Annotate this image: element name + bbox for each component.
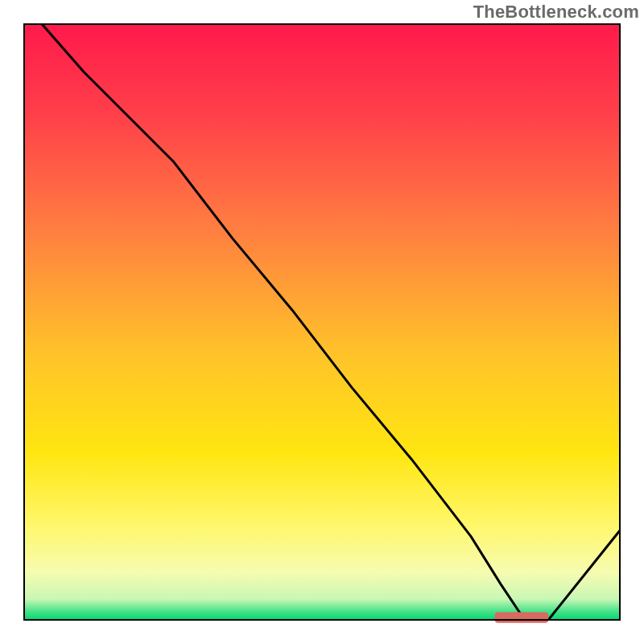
gradient-background [24,24,620,620]
chart-container: TheBottleneck.com [0,0,644,644]
watermark-text: TheBottleneck.com [473,2,639,23]
bottleneck-marker [495,612,549,622]
plot-area [24,24,620,623]
bottleneck-chart [0,0,644,644]
